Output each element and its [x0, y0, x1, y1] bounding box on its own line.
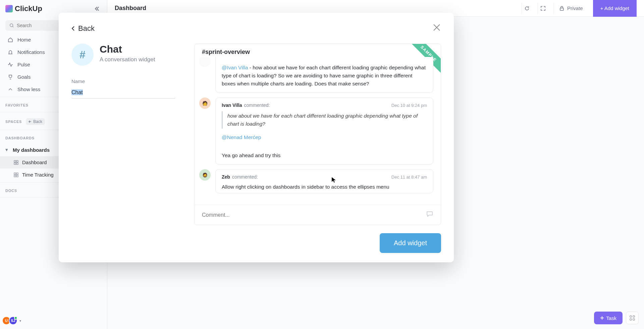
svg-rect-7: [14, 175, 16, 177]
svg-rect-1: [14, 160, 16, 162]
fullscreen-button[interactable]: [537, 3, 549, 14]
message-timestamp: Dec 10 at 9:24 pm: [391, 103, 427, 108]
chevron-left-icon: [71, 26, 75, 31]
user-avatar-stack[interactable]: U SJ ▾: [4, 316, 21, 325]
dashboard-icon: [13, 160, 19, 165]
svg-rect-4: [16, 163, 18, 164]
comment-input[interactable]: [202, 212, 423, 218]
dashboard-icon: [13, 172, 19, 178]
widget-title: Chat: [100, 44, 155, 55]
svg-rect-12: [630, 319, 632, 320]
apps-grid-icon: [630, 315, 635, 321]
chevron-double-left-icon: [94, 6, 100, 11]
collapse-sidebar-button[interactable]: [92, 4, 102, 13]
widget-preview: SAMPLE #sprint-overview @Ivan Villa - ho…: [194, 44, 441, 225]
presence-dot-icon: [14, 316, 17, 320]
avatar: SJ: [9, 316, 17, 325]
svg-point-0: [10, 24, 13, 27]
svg-rect-11: [633, 316, 635, 317]
svg-rect-13: [633, 319, 635, 320]
quote-block: how about we have for each chart differe…: [222, 111, 427, 129]
message-box: Zeb commented: Dec 11 at 8:47 am Allow r…: [215, 169, 433, 193]
modal-back-button[interactable]: Back: [71, 24, 95, 33]
message-timestamp: Dec 11 at 8:47 am: [391, 175, 427, 180]
widget-name-input[interactable]: Chat: [71, 87, 175, 98]
svg-rect-2: [16, 160, 18, 162]
mention[interactable]: @Nenad Merćep: [222, 134, 261, 140]
trophy-icon: [7, 74, 13, 80]
refresh-button[interactable]: [521, 3, 533, 14]
apps-button[interactable]: [626, 312, 639, 324]
spaces-back-chip[interactable]: Back: [26, 118, 45, 125]
avatar: 🧔: [199, 169, 211, 181]
message-box: Ivan Villa commented: Dec 10 at 9:24 pm …: [215, 97, 433, 164]
expand-icon: [540, 6, 546, 11]
modal-close-button[interactable]: [432, 23, 441, 34]
close-icon: [432, 23, 441, 32]
app-logo[interactable]: ClickUp: [5, 4, 42, 13]
mention[interactable]: @Ivan Villa: [222, 65, 248, 70]
avatar: [199, 57, 211, 67]
svg-rect-10: [630, 316, 632, 317]
logo-icon: [5, 5, 13, 12]
refresh-icon: [524, 6, 530, 11]
home-icon: [7, 37, 13, 43]
spaces-section-header[interactable]: SPACES: [5, 120, 22, 124]
widget-subtitle: A conversation widget: [100, 56, 155, 63]
new-task-button[interactable]: Task: [594, 312, 623, 324]
bell-icon: [7, 50, 13, 55]
add-widget-button[interactable]: Add widget: [380, 233, 441, 253]
add-widget-modal: Back # Chat A conversation widget Name C…: [59, 13, 454, 262]
svg-rect-5: [14, 173, 16, 175]
app-name: ClickUp: [15, 4, 42, 13]
caret-down-icon: ▾: [5, 147, 9, 153]
chevron-up-icon: [7, 87, 13, 92]
page-title: Dashboard: [115, 5, 146, 12]
message-box: @Ivan Villa - how about we have for each…: [215, 57, 433, 93]
avatar: 🧑: [199, 97, 211, 109]
message-author: Ivan Villa: [222, 103, 242, 108]
svg-rect-6: [16, 173, 18, 175]
plus-icon: [600, 316, 604, 320]
comment-bar: [195, 205, 441, 225]
pulse-icon: [7, 62, 13, 67]
channel-name: #sprint-overview: [195, 44, 441, 57]
search-icon: [9, 23, 14, 28]
chat-bubble-icon[interactable]: [426, 210, 433, 219]
reply-arrow-icon: [29, 120, 32, 123]
chevron-down-icon[interactable]: ▾: [19, 319, 21, 323]
name-field-label: Name: [71, 78, 175, 84]
message-author: Zeb: [222, 174, 230, 180]
svg-rect-3: [14, 163, 16, 164]
lock-icon: [559, 6, 565, 11]
topbar-add-widget-button[interactable]: + Add widget: [593, 0, 637, 17]
hash-icon: #: [71, 44, 94, 66]
svg-rect-8: [16, 175, 18, 177]
private-toggle[interactable]: Private: [553, 3, 588, 14]
svg-rect-9: [560, 8, 564, 10]
